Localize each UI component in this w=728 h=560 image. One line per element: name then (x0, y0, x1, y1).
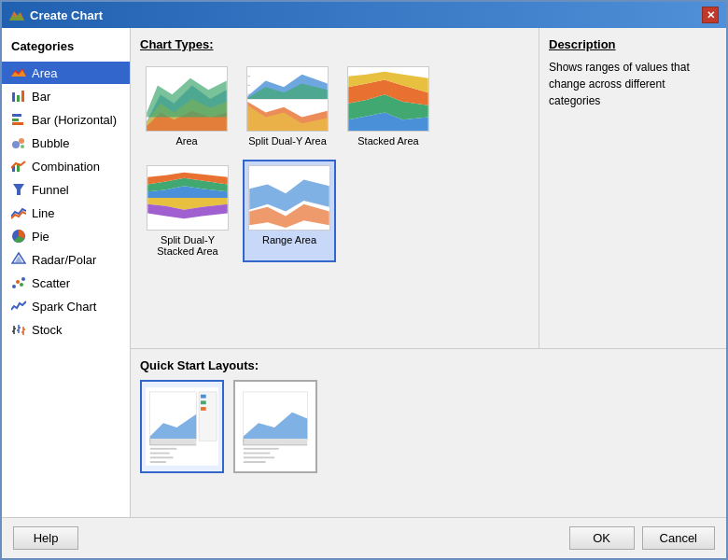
range-area-preview (248, 165, 330, 231)
svg-rect-69 (201, 400, 206, 404)
chart-thumb-stacked[interactable]: Stacked Area (342, 61, 435, 152)
categories-header: Categories (2, 35, 130, 61)
svg-rect-74 (150, 453, 170, 455)
ok-button[interactable]: OK (569, 526, 635, 550)
sidebar-label-area: Area (32, 66, 57, 80)
spark-icon (11, 299, 26, 314)
pie-icon (11, 229, 26, 244)
funnel-icon (11, 182, 26, 197)
sidebar-label-bubble: Bubble (32, 136, 69, 150)
help-button[interactable]: Help (13, 526, 78, 550)
layout-thumb-2[interactable] (233, 380, 317, 473)
stacked-area-preview (347, 66, 429, 132)
split-stacked-preview (147, 165, 229, 231)
chart-thumb-range-area[interactable]: Range Area (243, 160, 336, 262)
layout-1-preview (146, 385, 218, 469)
sidebar-item-spark[interactable]: Spark Chart (2, 295, 130, 317)
dialog-icon (9, 7, 24, 22)
svg-rect-67 (199, 392, 217, 441)
sidebar-item-radar[interactable]: Radar/Polar (2, 248, 130, 271)
bubble-icon (11, 135, 26, 150)
footer-right: OK Cancel (569, 526, 715, 550)
bar-h-icon (11, 112, 26, 127)
stacked-label: Stacked Area (357, 135, 418, 147)
sidebar-item-bar-horizontal[interactable]: Bar (Horizontal) (2, 108, 130, 131)
svg-marker-80 (244, 439, 307, 445)
sidebar-label-scatter: Scatter (32, 276, 70, 290)
quick-start-section: Quick Start Layouts: (131, 349, 726, 517)
sidebar-label-spark: Spark Chart (32, 300, 96, 314)
title-bar-left: Create Chart (9, 7, 103, 22)
svg-rect-84 (244, 453, 271, 455)
sidebar-item-area[interactable]: Area (2, 62, 130, 84)
chart-types-panel: Chart Types: Area (131, 28, 539, 348)
svg-rect-6 (21, 91, 24, 102)
svg-point-11 (19, 138, 24, 144)
sidebar-item-scatter[interactable]: Scatter (2, 272, 130, 294)
layout-thumbs (140, 380, 717, 473)
svg-point-19 (12, 285, 16, 288)
sidebar-label-combo: Combination (32, 160, 100, 174)
sidebar-label-bar: Bar (32, 90, 50, 104)
description-header: Description (549, 37, 717, 51)
range-area-label: Range Area (262, 234, 316, 245)
chart-thumb-area[interactable]: Area (140, 61, 233, 152)
svg-rect-70 (201, 407, 206, 411)
title-bar: Create Chart ✕ (2, 2, 726, 28)
sidebar-item-stock[interactable]: Stock (2, 318, 130, 341)
sidebar-item-combination[interactable]: Combination (2, 155, 130, 177)
sidebar-label-radar: Radar/Polar (32, 253, 96, 267)
top-section: Chart Types: Area (131, 28, 726, 349)
footer-left: Help (13, 526, 78, 550)
cancel-button[interactable]: Cancel (642, 526, 715, 550)
svg-rect-73 (150, 448, 177, 450)
content-area: Categories Area Bar (2, 28, 726, 517)
sidebar-label-funnel: Funnel (32, 183, 69, 197)
footer: Help OK Cancel (2, 517, 726, 558)
description-text: Shows ranges of values that change acros… (549, 59, 717, 109)
description-panel: Description Shows ranges of values that … (539, 28, 726, 348)
svg-point-21 (20, 283, 23, 287)
svg-rect-85 (244, 456, 274, 458)
area-preview (146, 66, 228, 132)
svg-rect-5 (17, 95, 20, 102)
layout-thumb-1[interactable] (140, 380, 224, 473)
main-area: Chart Types: Area (131, 28, 726, 517)
svg-rect-83 (244, 448, 279, 450)
radar-icon (11, 252, 26, 267)
svg-point-20 (16, 280, 20, 284)
svg-marker-15 (13, 184, 24, 195)
svg-rect-4 (12, 92, 15, 102)
sidebar-item-line[interactable]: Line (2, 202, 130, 224)
sidebar-item-funnel[interactable]: Funnel (2, 178, 130, 201)
split-stacked-label: Split Dual-Y Stacked Area (146, 234, 230, 257)
sidebar-label-pie: Pie (32, 230, 49, 244)
svg-rect-86 (244, 461, 266, 463)
sidebar-item-bubble[interactable]: Bubble (2, 132, 130, 154)
sidebar-item-pie[interactable]: Pie (2, 225, 130, 247)
close-button[interactable]: ✕ (702, 7, 719, 23)
sidebar-label-bar-h: Bar (Horizontal) (32, 113, 117, 127)
quick-start-header: Quick Start Layouts: (140, 358, 717, 372)
dialog-title: Create Chart (30, 8, 103, 22)
sidebar-item-bar[interactable]: Bar (2, 85, 130, 107)
chart-thumb-split-dual-y[interactable]: Split Dual-Y Area (241, 61, 334, 152)
sidebar-label-stock: Stock (32, 323, 63, 337)
create-chart-dialog: Create Chart ✕ Categories Area Bar (0, 0, 728, 560)
split-dual-y-preview (246, 66, 329, 132)
svg-point-12 (21, 145, 24, 148)
stock-icon (11, 322, 26, 337)
svg-marker-66 (150, 439, 196, 445)
svg-point-10 (12, 141, 20, 148)
svg-rect-8 (12, 119, 19, 121)
chart-thumb-split-stacked[interactable]: Split Dual-Y Stacked Area (140, 160, 235, 262)
scatter-icon (11, 275, 26, 290)
svg-rect-7 (12, 114, 21, 117)
svg-point-22 (21, 277, 25, 281)
area-label: Area (175, 135, 197, 147)
sidebar-label-line: Line (32, 206, 55, 220)
chart-types-header: Chart Types: (140, 37, 529, 51)
area-icon (11, 65, 26, 80)
combo-icon (11, 159, 26, 174)
svg-rect-9 (12, 122, 23, 125)
